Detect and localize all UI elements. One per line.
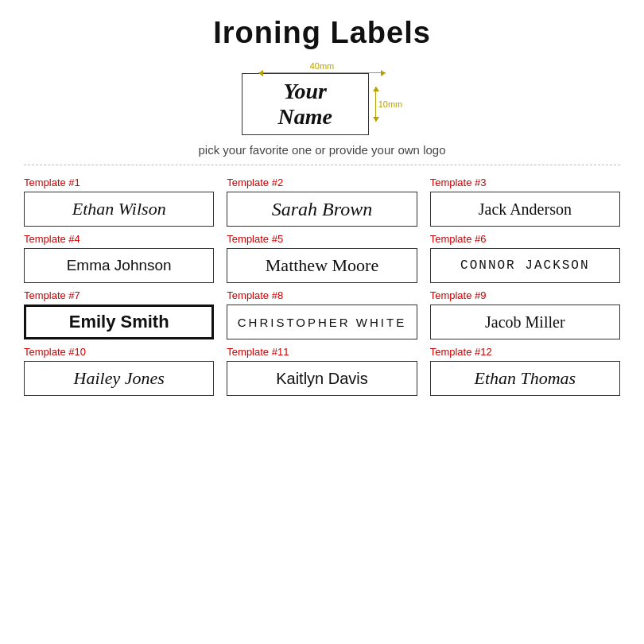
- template-box-7[interactable]: Emily Smith: [24, 305, 214, 339]
- template-cell-9: Template #9Jacob Miller: [430, 289, 620, 339]
- template-box-12[interactable]: Ethan Thomas: [430, 361, 620, 396]
- template-label-12: Template #12: [430, 346, 620, 358]
- template-name-12: Ethan Thomas: [474, 368, 576, 389]
- template-name-5: Matthew Moore: [266, 255, 378, 276]
- template-label-6: Template #6: [430, 233, 620, 245]
- height-measurement: 10mm: [375, 87, 403, 122]
- template-name-7: Emily Smith: [69, 312, 169, 332]
- template-box-2[interactable]: Sarah Brown: [227, 192, 417, 227]
- template-label-2: Template #2: [227, 177, 417, 188]
- template-cell-2: Template #2Sarah Brown: [227, 177, 417, 227]
- template-name-9: Jacob Miller: [485, 313, 565, 332]
- template-box-10[interactable]: Hailey Jones: [24, 361, 214, 396]
- template-cell-12: Template #12Ethan Thomas: [430, 346, 620, 396]
- template-name-2: Sarah Brown: [272, 199, 372, 220]
- template-name-11: Kaitlyn Davis: [276, 370, 368, 388]
- height-label: 10mm: [378, 99, 403, 109]
- subtitle-text: pick your favorite one or provide your o…: [24, 143, 620, 157]
- width-measurement: 40mm: [258, 61, 386, 73]
- template-name-1: Ethan Wilson: [72, 199, 166, 219]
- template-box-3[interactable]: Jack Anderson: [430, 192, 620, 227]
- template-name-4: Emma Johnson: [67, 257, 172, 274]
- template-label-10: Template #10: [24, 346, 214, 358]
- template-box-8[interactable]: CHRISTOPHER WHITE: [227, 305, 417, 339]
- template-box-5[interactable]: Matthew Moore: [227, 248, 417, 283]
- template-cell-4: Template #4Emma Johnson: [24, 233, 214, 283]
- template-box-6[interactable]: CONNOR JACKSON: [430, 248, 620, 283]
- template-label-8: Template #8: [227, 289, 417, 301]
- template-box-4[interactable]: Emma Johnson: [24, 248, 214, 283]
- width-label: 40mm: [310, 61, 335, 71]
- page-container: Ironing Labels 40mm Your Name 10mm pick …: [0, 0, 644, 644]
- divider: [24, 165, 620, 165]
- templates-grid: Template #1Ethan WilsonTemplate #2Sarah …: [24, 177, 620, 396]
- template-label-9: Template #9: [430, 289, 620, 301]
- template-cell-3: Template #3Jack Anderson: [430, 177, 620, 227]
- width-arrow: [258, 72, 386, 73]
- preview-row: Your Name 10mm: [242, 73, 403, 135]
- preview-name: Your Name: [278, 79, 332, 129]
- template-name-8: CHRISTOPHER WHITE: [238, 316, 406, 329]
- template-label-4: Template #4: [24, 233, 214, 245]
- template-box-11[interactable]: Kaitlyn Davis: [227, 361, 417, 396]
- template-label-11: Template #11: [227, 346, 417, 358]
- template-cell-10: Template #10Hailey Jones: [24, 346, 214, 396]
- preview-box: Your Name: [242, 73, 369, 135]
- preview-section: 40mm Your Name 10mm: [24, 61, 620, 135]
- template-cell-8: Template #8CHRISTOPHER WHITE: [227, 289, 417, 339]
- template-label-3: Template #3: [430, 177, 620, 188]
- template-name-10: Hailey Jones: [74, 368, 165, 389]
- template-box-9[interactable]: Jacob Miller: [430, 305, 620, 339]
- template-cell-1: Template #1Ethan Wilson: [24, 177, 214, 227]
- template-label-7: Template #7: [24, 289, 214, 301]
- template-label-5: Template #5: [227, 233, 417, 245]
- template-cell-5: Template #5Matthew Moore: [227, 233, 417, 283]
- template-cell-6: Template #6CONNOR JACKSON: [430, 233, 620, 283]
- height-arrow-line: [375, 87, 376, 122]
- template-cell-7: Template #7Emily Smith: [24, 289, 214, 339]
- template-name-6: CONNOR JACKSON: [460, 258, 589, 273]
- width-arrow-line: [258, 72, 386, 73]
- template-name-3: Jack Anderson: [479, 200, 572, 219]
- template-box-1[interactable]: Ethan Wilson: [24, 192, 214, 227]
- template-label-1: Template #1: [24, 177, 214, 188]
- template-cell-11: Template #11Kaitlyn Davis: [227, 346, 417, 396]
- page-title: Ironing Labels: [24, 16, 620, 50]
